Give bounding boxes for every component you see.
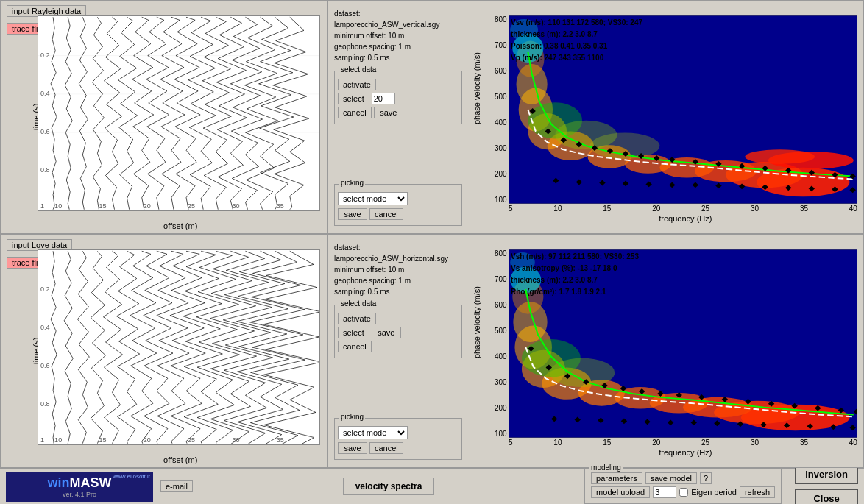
love-spec-line4: Rho (gr/cm³): 1.7 1.8 1.9 2.1 [511, 286, 639, 298]
rayleigh-dataset-info: dataset: lamporecchio_ASW_vertical.sgy m… [334, 8, 462, 63]
love-select-data-label: select data [339, 299, 378, 308]
velocity-spectra-button[interactable]: velocity spectra [343, 478, 435, 495]
rayleigh-spec-line2: thickness (m): 2.2 3.0 8.7 [511, 29, 642, 40]
logo-area: www.eliosoft.it winMASW ver. 4.1 Pro [6, 472, 153, 502]
svg-text:0.2: 0.2 [40, 285, 50, 293]
love-seismic-svg: 0.2 0.4 0.6 0.8 1 10 15 20 25 30 35 [38, 250, 319, 444]
love-dataset: dataset: lamporecchio_ASW_horizontal.sgy [334, 242, 462, 264]
love-picking-cancel-button[interactable]: cancel [369, 442, 403, 454]
rayleigh-min-offset: minimum offset: 10 m [334, 30, 462, 41]
rayleigh-middle-section: dataset: lamporecchio_ASW_vertical.sgy m… [328, 1, 468, 233]
svg-rect-68 [38, 251, 319, 443]
svg-text:25: 25 [188, 202, 195, 210]
love-spectrum-info: Vsh (m/s): 97 112 211 580; VS30: 253 Vs … [511, 251, 639, 298]
svg-text:30: 30 [232, 202, 239, 210]
rayleigh-velocity-axis-label: phase velocity (m/s) [472, 110, 481, 124]
parameters-button[interactable]: parameters [591, 472, 642, 484]
svg-text:1: 1 [40, 202, 44, 210]
rayleigh-x-ticks: 510152025303540 [509, 205, 857, 213]
save-model-button[interactable]: save model [645, 472, 697, 484]
rayleigh-geophone: geophone spacing: 1 m [334, 41, 462, 52]
rayleigh-picking-box: picking select mode save cancel [334, 184, 462, 226]
question-button[interactable]: ? [700, 472, 712, 484]
svg-text:0.8: 0.8 [40, 400, 50, 408]
modeling-label: modeling [589, 464, 623, 472]
rayleigh-picking-save-button[interactable]: save [338, 208, 367, 220]
love-activate-button[interactable]: activate [338, 313, 376, 324]
rayleigh-select-button[interactable]: select [338, 93, 369, 104]
rayleigh-select-data-box: select data activate select cancel save [334, 71, 462, 124]
winmasw-logo: winMASW [48, 475, 112, 491]
logo-url: www.eliosoft.it [113, 473, 150, 480]
rayleigh-seismic-svg: 0.2 0.4 0.6 0.8 1 10 15 20 25 30 35 [38, 16, 319, 210]
svg-rect-0 [38, 17, 319, 209]
rayleigh-activate-button[interactable]: activate [338, 79, 376, 90]
svg-text:10: 10 [54, 202, 62, 210]
love-min-offset: minimum offset: 10 m [334, 264, 462, 275]
love-spec-line1: Vsh (m/s): 97 112 211 580; VS30: 253 [511, 251, 639, 263]
love-cancel-button[interactable]: cancel [338, 341, 372, 352]
close-button[interactable]: Close [795, 489, 858, 504]
velocity-spectra-section: velocity spectra [200, 478, 577, 495]
rayleigh-y-ticks: 800700600500400300200100 [495, 15, 507, 204]
love-save-button[interactable]: save [372, 327, 401, 338]
modeling-box: modeling parameters save model ? model u… [584, 469, 782, 504]
love-offset-label: offset (m) [163, 455, 197, 464]
rayleigh-trace-canvas: 0.2 0.4 0.6 0.8 1 10 15 20 25 30 35 [38, 15, 320, 211]
rayleigh-trace-area: input Rayleigh data trace flip time (s) [1, 1, 328, 233]
refresh-button[interactable]: refresh [740, 486, 775, 498]
svg-text:0.8: 0.8 [40, 166, 50, 174]
love-picking-label: picking [339, 413, 365, 421]
svg-text:0.2: 0.2 [40, 52, 50, 59]
svg-text:30: 30 [232, 436, 239, 444]
svg-text:20: 20 [144, 436, 151, 444]
inversion-section: Inversion Close [795, 464, 858, 504]
love-middle-section: dataset: lamporecchio_ASW_horizontal.sgy… [328, 235, 468, 467]
rayleigh-select-input[interactable] [372, 93, 395, 104]
rayleigh-spectrum-area: Vsv (m/s): 110 131 172 580; VS30: 247 th… [468, 1, 863, 233]
rayleigh-frequency-label: frequency (Hz) [659, 214, 712, 223]
svg-point-95 [550, 358, 615, 387]
love-select-button[interactable]: select [338, 327, 369, 338]
eigen-value-input[interactable] [653, 486, 676, 498]
svg-text:35: 35 [277, 202, 284, 210]
svg-text:20: 20 [144, 202, 151, 210]
svg-text:15: 15 [99, 436, 106, 444]
rayleigh-cancel-button[interactable]: cancel [338, 107, 372, 118]
rayleigh-save-button[interactable]: save [374, 107, 403, 118]
love-spec-line2: Vs anisotropy (%): -13 -17 18 0 [511, 263, 639, 274]
love-picking-box: picking select mode save cancel [334, 418, 462, 460]
love-velocity-axis-label: phase velocity (m/s) [472, 344, 481, 358]
love-panel: Love component input Love data trace fli… [0, 234, 864, 468]
svg-text:25: 25 [188, 436, 195, 444]
love-dataset-info: dataset: lamporecchio_ASW_horizontal.sgy… [334, 242, 462, 297]
love-select-data-box: select data activate select save cancel [334, 305, 462, 358]
bottom-bar: www.eliosoft.it winMASW ver. 4.1 Pro e-m… [0, 468, 864, 504]
love-select-mode-dropdown[interactable]: select mode [338, 426, 408, 439]
love-x-ticks: 510152025303540 [509, 439, 857, 447]
rayleigh-select-mode-dropdown[interactable]: select mode [338, 192, 408, 205]
eigen-period-checkbox[interactable] [679, 488, 688, 497]
rayleigh-dataset: dataset: lamporecchio_ASW_vertical.sgy [334, 8, 462, 30]
love-picking-save-button[interactable]: save [338, 442, 367, 454]
rayleigh-select-data-label: select data [339, 65, 378, 74]
email-button[interactable]: e-mail [160, 480, 193, 492]
svg-text:10: 10 [54, 436, 62, 444]
logo-version: ver. 4.1 Pro [63, 491, 96, 498]
love-trace-area: input Love data trace flip time (s) [1, 235, 328, 467]
rayleigh-spec-line3: Poisson: 0.38 0.41 0.35 0.31 [511, 40, 642, 52]
love-geophone: geophone spacing: 1 m [334, 275, 462, 286]
svg-text:0.6: 0.6 [40, 128, 50, 135]
model-upload-button[interactable]: model upload [591, 486, 650, 498]
love-trace-canvas: 0.2 0.4 0.6 0.8 1 10 15 20 25 30 35 [38, 249, 320, 445]
rayleigh-offset-label: offset (m) [163, 221, 197, 230]
svg-text:15: 15 [99, 202, 106, 210]
email-section: e-mail [160, 480, 193, 492]
rayleigh-spec-line1: Vsv (m/s): 110 131 172 580; VS30: 247 [511, 17, 642, 29]
love-frequency-label: frequency (Hz) [659, 448, 712, 457]
rayleigh-sampling: sampling: 0.5 ms [334, 52, 462, 63]
rayleigh-picking-cancel-button[interactable]: cancel [369, 208, 403, 220]
svg-text:0.6: 0.6 [40, 362, 50, 369]
love-y-ticks: 800700600500400300200100 [495, 249, 507, 438]
love-spectrum-area: Vsh (m/s): 97 112 211 580; VS30: 253 Vs … [468, 235, 863, 467]
